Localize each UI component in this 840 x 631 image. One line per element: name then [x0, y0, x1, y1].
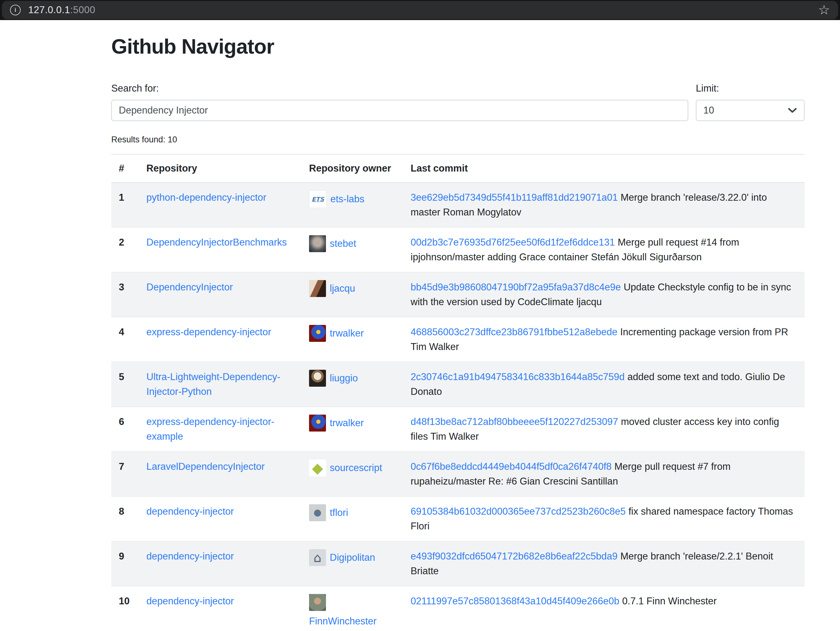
- commit-hash-link[interactable]: 2c30746c1a91b4947583416c833b1644a85c759d: [411, 371, 625, 382]
- commit-hash-link[interactable]: bb45d9e3b98608047190bf72a95fa9a37d8c4e9e: [411, 281, 621, 293]
- table-row: 8 dependency-injector tflori 69105384b61…: [111, 497, 805, 541]
- repository-link[interactable]: DependencyInjectorBenchmarks: [146, 237, 287, 248]
- table-header-row: # Repository Repository owner Last commi…: [111, 154, 805, 182]
- url-host: 127.0.0.1: [28, 5, 70, 15]
- owner-avatar: ETS: [309, 190, 327, 208]
- owner-avatar: ⌂: [309, 549, 326, 566]
- search-label: Search for:: [111, 83, 688, 94]
- owner-link[interactable]: trwalker: [330, 418, 364, 429]
- table-row: 3 DependencyInjector ljacqu bb45d9e3b986…: [111, 272, 805, 317]
- owner-avatar: ◆: [309, 459, 326, 476]
- owner-avatar: [309, 414, 326, 432]
- repository-link[interactable]: dependency-injector: [146, 506, 234, 517]
- commit-message: 0.7.1 Finn Winchester: [622, 596, 717, 607]
- address-bar[interactable]: i 127.0.0.1:5000 ☆: [2, 1, 838, 19]
- commit-hash-link[interactable]: 02111997e57c85801368f43a10d45f409e266e0b: [411, 596, 619, 607]
- chevron-down-icon: [788, 107, 797, 114]
- table-row: 1 python-dependency-injector ETSets-labs…: [111, 182, 805, 228]
- digipolitan-building-icon: ⌂: [309, 549, 326, 566]
- row-number: 6: [111, 407, 139, 452]
- repository-link[interactable]: express-dependency-injector-example: [146, 416, 274, 442]
- search-form: Search for: Limit: 10: [111, 83, 805, 121]
- header-number: #: [111, 154, 139, 182]
- owner-link[interactable]: trwalker: [330, 328, 364, 339]
- repository-link[interactable]: LaravelDependencyInjector: [146, 461, 265, 472]
- repository-link[interactable]: dependency-injector: [146, 596, 234, 607]
- commit-hash-link[interactable]: 00d2b3c7e76935d76f25ee50f6d1f2ef6ddce131: [411, 237, 615, 248]
- commit-hash-link[interactable]: 3ee629eb5d7349d55f41b119aff81dd219071a01: [411, 192, 618, 203]
- owner-link[interactable]: ets-labs: [330, 193, 365, 204]
- row-number: 4: [111, 317, 139, 362]
- table-row: 4 express-dependency-injector trwalker 4…: [111, 317, 805, 362]
- commit-hash-link[interactable]: e493f9032dfcd65047172b682e8b6eaf22c5bda9: [411, 551, 617, 562]
- results-table: # Repository Repository owner Last commi…: [111, 154, 805, 631]
- site-info-icon[interactable]: i: [10, 5, 21, 15]
- owner-avatar: [309, 504, 326, 521]
- owner-link[interactable]: stebet: [330, 238, 356, 249]
- sourcescript-logo-icon: ◆: [309, 459, 326, 476]
- owner-link[interactable]: Digipolitan: [330, 552, 375, 563]
- owner-avatar: [309, 594, 326, 611]
- row-number: 10: [111, 586, 139, 631]
- limit-select[interactable]: 10: [696, 100, 805, 121]
- repository-link[interactable]: express-dependency-injector: [146, 326, 271, 337]
- owner-avatar: [309, 325, 326, 342]
- commit-hash-link[interactable]: 468856003c273dffce23b86791fbbe512a8ebede: [411, 326, 617, 337]
- ets-labs-logo-icon: ETS: [309, 191, 326, 208]
- commit-hash-link[interactable]: 0c67f6be8eddcd4449eb4044f5df0ca26f4740f8: [411, 461, 611, 472]
- owner-avatar: [309, 235, 326, 252]
- table-row: 6 express-dependency-injector-example tr…: [111, 407, 805, 452]
- row-number: 2: [111, 228, 139, 272]
- browser-url-bar: i 127.0.0.1:5000 ☆: [0, 0, 840, 20]
- url-port: :5000: [70, 5, 95, 15]
- row-number: 5: [111, 362, 139, 407]
- results-count: Results found: 10: [111, 135, 805, 145]
- repository-link[interactable]: DependencyInjector: [146, 281, 233, 293]
- table-row: 2 DependencyInjectorBenchmarks stebet 00…: [111, 228, 805, 272]
- page-title: Github Navigator: [111, 35, 805, 59]
- row-number: 8: [111, 497, 139, 541]
- bookmark-star-icon[interactable]: ☆: [818, 3, 830, 17]
- repository-link[interactable]: dependency-injector: [146, 551, 234, 562]
- row-number: 9: [111, 541, 139, 586]
- repository-link[interactable]: Ultra-Lightweight-Dependency-Injector-Py…: [146, 371, 280, 397]
- url-text: 127.0.0.1:5000: [28, 5, 95, 16]
- commit-hash-link[interactable]: 69105384b61032d000365ee737cd2523b260c8e5: [411, 506, 625, 517]
- header-last-commit: Last commit: [403, 154, 805, 182]
- owner-link[interactable]: sourcescript: [330, 462, 382, 473]
- row-number: 3: [111, 272, 139, 317]
- owner-avatar: [309, 280, 326, 297]
- repository-link[interactable]: python-dependency-injector: [146, 192, 267, 203]
- owner-link[interactable]: tflori: [330, 507, 348, 518]
- row-number: 1: [111, 182, 139, 228]
- table-row: 5 Ultra-Lightweight-Dependency-Injector-…: [111, 362, 805, 407]
- commit-hash-link[interactable]: d48f13be8ac712abf80bbeeee5f120227d253097: [411, 416, 618, 427]
- owner-link[interactable]: FinnWinchester: [309, 616, 376, 626]
- owner-link[interactable]: ljacqu: [330, 283, 355, 294]
- table-row: 9 dependency-injector ⌂Digipolitan e493f…: [111, 541, 805, 586]
- limit-label: Limit:: [696, 83, 805, 94]
- limit-selected-value: 10: [703, 105, 714, 116]
- header-repository: Repository: [139, 154, 302, 182]
- owner-avatar: [309, 370, 326, 387]
- header-repository-owner: Repository owner: [302, 154, 403, 182]
- row-number: 7: [111, 452, 139, 497]
- search-input[interactable]: [111, 100, 688, 121]
- table-row: 10 dependency-injector FinnWinchester 02…: [111, 586, 805, 631]
- owner-link[interactable]: liuggio: [330, 373, 358, 384]
- page-content: Github Navigator Search for: Limit: 10 R…: [111, 35, 805, 631]
- table-row: 7 LaravelDependencyInjector ◆sourcescrip…: [111, 452, 805, 497]
